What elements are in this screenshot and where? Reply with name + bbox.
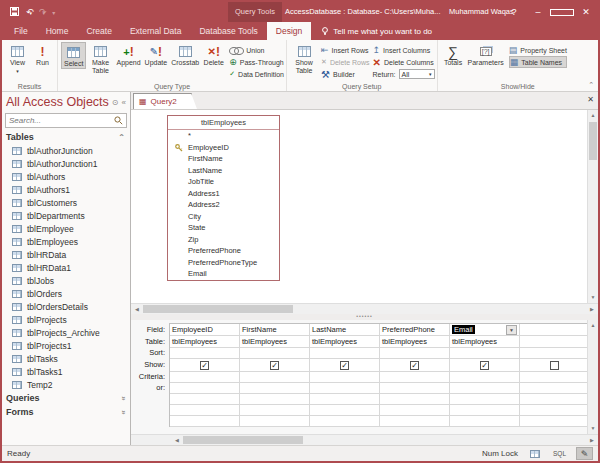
nav-item[interactable]: Temp2	[2, 378, 130, 391]
search-icon[interactable]	[114, 116, 123, 125]
empty-cell[interactable]	[240, 416, 310, 427]
tab-database-tools[interactable]: Database Tools	[190, 22, 266, 40]
or-cell[interactable]	[380, 383, 450, 394]
nav-item[interactable]: tblEmployee	[2, 222, 130, 235]
return-combobox[interactable]: All▾	[399, 69, 435, 79]
shutter-close-icon[interactable]: «	[122, 98, 126, 107]
field-cell[interactable]: EmployeeID	[170, 324, 240, 336]
empty-cell[interactable]	[170, 405, 240, 416]
field-cell[interactable]: LastName	[310, 324, 380, 336]
nav-item[interactable]: tblTasks1	[2, 365, 130, 378]
minimize-button[interactable]: –	[526, 2, 550, 22]
table-cell[interactable]: tblEmployees	[240, 336, 310, 348]
expand-forms-icon[interactable]: »	[118, 410, 127, 414]
nav-item[interactable]: tblOrdersDetails	[2, 300, 130, 313]
or-cell[interactable]	[520, 383, 590, 394]
datasheet-view-button[interactable]	[526, 447, 543, 460]
field-list-item[interactable]: FirstName	[168, 153, 279, 165]
sql-view-button[interactable]: SQL	[551, 447, 568, 460]
scroll-up-icon[interactable]: ▲	[588, 110, 598, 121]
nav-item[interactable]: tblHRData	[2, 248, 130, 261]
show-checkbox[interactable]	[270, 361, 279, 370]
show-cell[interactable]	[240, 359, 310, 372]
empty-cell[interactable]	[450, 405, 520, 416]
nav-item[interactable]: tblTasks	[2, 352, 130, 365]
scroll-thumb[interactable]	[143, 305, 293, 313]
scroll-track[interactable]	[293, 304, 586, 314]
grid-vertical-scrollbar[interactable]: ▲ ▼	[587, 320, 598, 434]
field-cell[interactable]: PreferredPhone	[380, 324, 450, 336]
close-document-icon[interactable]: ✕	[587, 95, 594, 104]
empty-cell[interactable]	[450, 394, 520, 405]
table-cell[interactable]: tblEmployees	[170, 336, 240, 348]
empty-cell[interactable]	[520, 394, 590, 405]
scroll-track[interactable]	[303, 435, 586, 445]
customize-qat-icon[interactable]: ▾	[52, 9, 55, 16]
field-list-item[interactable]: Address1	[168, 188, 279, 200]
criteria-cell[interactable]	[520, 372, 590, 383]
scroll-right-icon[interactable]: ▶	[586, 304, 598, 314]
nav-item[interactable]: tblJobs	[2, 274, 130, 287]
nav-item[interactable]: tblCustomers	[2, 196, 130, 209]
criteria-cell[interactable]	[310, 372, 380, 383]
grid-horizontal-scrollbar[interactable]: ◀ ▶	[131, 434, 598, 445]
table-cell[interactable]: tblEmployees	[450, 336, 520, 348]
query-design-surface[interactable]: tblEmployees * EmployeeID FirstName Last…	[131, 109, 598, 303]
tab-file[interactable]: File	[5, 22, 37, 40]
nav-item[interactable]: tblDepartments	[2, 209, 130, 222]
field-cell[interactable]: FirstName	[240, 324, 310, 336]
delete-query-button[interactable]: ✕! Delete	[201, 42, 226, 67]
show-cell[interactable]	[170, 359, 240, 372]
nav-section-forms[interactable]: Forms »	[2, 405, 130, 419]
union-button[interactable]: Union	[229, 44, 284, 56]
pin-icon[interactable]: ⌃	[118, 133, 125, 142]
insert-columns-button[interactable]: ↥Insert Columns	[373, 44, 435, 56]
sort-cell[interactable]	[450, 348, 520, 359]
field-list-item[interactable]: Email	[168, 268, 279, 280]
show-checkbox[interactable]	[340, 361, 349, 370]
table-cell[interactable]	[520, 336, 590, 348]
show-checkbox[interactable]	[550, 361, 559, 370]
field-list-item[interactable]: City	[168, 211, 279, 223]
show-cell[interactable]	[310, 359, 380, 372]
scroll-thumb[interactable]	[183, 436, 303, 444]
parameters-button[interactable]: [?] Parameters	[466, 42, 506, 67]
field-list-item[interactable]: *	[168, 130, 279, 142]
totals-button[interactable]: ∑ Totals	[441, 42, 466, 67]
nav-item[interactable]: tblProjects1	[2, 339, 130, 352]
field-dropdown-icon[interactable]: ▼	[506, 325, 517, 335]
tell-me-box[interactable]: Tell me what you want to do	[321, 22, 432, 40]
scroll-right-icon[interactable]: ▶	[586, 435, 598, 445]
sort-cell[interactable]	[170, 348, 240, 359]
tab-external-data[interactable]: External Data	[121, 22, 191, 40]
scroll-left-icon[interactable]: ◀	[171, 435, 183, 445]
nav-section-queries[interactable]: Queries »	[2, 391, 130, 405]
or-cell[interactable]	[170, 383, 240, 394]
show-checkbox[interactable]	[410, 361, 419, 370]
or-cell[interactable]	[310, 383, 380, 394]
nav-item[interactable]: tblOrders	[2, 287, 130, 300]
table-names-button[interactable]: ▦Table Names	[509, 56, 567, 68]
show-checkbox[interactable]	[480, 361, 489, 370]
sort-cell[interactable]	[240, 348, 310, 359]
empty-cell[interactable]	[170, 416, 240, 427]
criteria-cell[interactable]	[450, 372, 520, 383]
field-list-title[interactable]: tblEmployees	[168, 116, 279, 130]
delete-rows-button[interactable]: ✕Delete Rows	[321, 56, 370, 68]
empty-cell[interactable]	[310, 405, 380, 416]
scroll-down-icon[interactable]: ▼	[588, 292, 598, 303]
sort-cell[interactable]	[310, 348, 380, 359]
show-table-button[interactable]: Show Table	[290, 42, 318, 75]
delete-columns-button[interactable]: ✕Delete Columns	[373, 56, 435, 68]
nav-item[interactable]: tblAuthorJunction	[2, 144, 130, 157]
nav-menu-icon[interactable]: ⊙	[112, 98, 119, 107]
pass-through-button[interactable]: ⊕Pass-Through	[229, 56, 284, 68]
scroll-left-icon[interactable]: ◀	[131, 304, 143, 314]
tab-design[interactable]: Design	[267, 22, 311, 40]
empty-cell[interactable]	[380, 394, 450, 405]
update-button[interactable]: ✎! Update	[143, 42, 170, 67]
empty-cell[interactable]	[380, 405, 450, 416]
crosstab-button[interactable]: Crosstab	[169, 42, 201, 67]
save-icon[interactable]	[10, 7, 19, 18]
builder-button[interactable]: ⚒Builder	[321, 68, 370, 80]
